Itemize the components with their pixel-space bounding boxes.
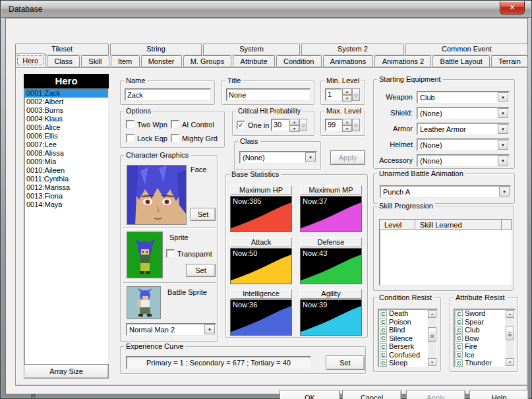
checkbox-box[interactable]	[126, 120, 134, 129]
tab-common-event[interactable]: Common Event	[405, 43, 528, 55]
attribute-resist-list[interactable]: CSword CSpear CClub CBow CFire CIce CThu…	[454, 309, 516, 367]
class-apply-button[interactable]: Apply	[330, 150, 365, 165]
resist-item[interactable]: CDeath	[378, 309, 428, 318]
hero-list-item[interactable]: 0011:Cynthia	[24, 175, 108, 183]
hero-list-item[interactable]: 0004:Klaus	[24, 115, 108, 123]
title-input[interactable]	[226, 88, 310, 101]
weapon-dropdown[interactable]: Club ▼	[417, 91, 510, 104]
critical-spinner[interactable]: ▲ ▼	[289, 119, 299, 131]
unarmed-animation-dropdown[interactable]: Punch A ▼	[380, 185, 511, 198]
title-bar[interactable]: Database ✕	[1, 1, 531, 18]
checkbox-box[interactable]	[166, 249, 175, 258]
class-dropdown[interactable]: (None) ▼	[239, 151, 317, 164]
checkbox-box[interactable]	[171, 120, 179, 129]
resist-item[interactable]: CSleep	[378, 359, 428, 367]
tab-class[interactable]: Class	[47, 55, 80, 67]
scrollbar-thumb[interactable]	[506, 326, 514, 340]
resist-item[interactable]: CClub	[454, 326, 506, 334]
scroll-up-icon[interactable]: ▲	[506, 310, 514, 318]
hero-list-item[interactable]: 0013:Fiona	[24, 192, 108, 200]
hero-list[interactable]: 0001:Zack 0002:Albert 0003:Burns 0004:Kl…	[24, 88, 109, 365]
max-level-diamond-button[interactable]: ◇	[352, 119, 360, 131]
scrollbar-thumb[interactable]	[428, 327, 436, 342]
chevron-down-icon[interactable]: ▼	[498, 108, 508, 118]
min-level-diamond-button[interactable]: ◇	[352, 88, 360, 101]
hero-list-item[interactable]: 0002:Albert	[24, 98, 108, 106]
resist-item[interactable]: CConfused	[378, 351, 428, 359]
cancel-button[interactable]: Cancel	[342, 390, 401, 399]
tab-system[interactable]: System	[203, 43, 300, 55]
resist-item[interactable]: CPoison	[378, 318, 428, 326]
shield-dropdown[interactable]: (None) ▼	[417, 107, 510, 119]
min-level-spinner[interactable]: ▲ ▼	[342, 88, 352, 101]
tab-terrain[interactable]: Terrain	[491, 55, 528, 67]
checkbox-ai-control[interactable]: AI Control	[171, 120, 214, 129]
hero-list-item[interactable]: 0006:Ellis	[24, 132, 108, 140]
hero-list-item[interactable]: 0003:Burns	[24, 106, 108, 115]
armor-dropdown[interactable]: Leather Armor ▼	[417, 123, 510, 135]
array-size-button[interactable]: Array Size	[24, 364, 109, 379]
help-button[interactable]: Help	[469, 390, 529, 399]
chevron-down-icon[interactable]: ▼	[499, 187, 510, 197]
scrollbar[interactable]: ▲ ▼	[428, 310, 436, 366]
hero-list-item[interactable]: 0008:Alissa	[24, 149, 108, 158]
spinner-up-icon[interactable]: ▲	[342, 119, 352, 125]
min-level-value[interactable]: 1	[325, 88, 342, 101]
hero-list-item[interactable]: 0009:Mia	[24, 158, 108, 166]
tab-attribute[interactable]: Attribute	[233, 55, 274, 67]
tab-battle-layout[interactable]: Battle Layout	[432, 55, 490, 67]
face-set-button[interactable]: Set	[191, 208, 216, 221]
checkbox-box[interactable]	[171, 134, 179, 142]
hero-list-item[interactable]: 0010:Aileen	[24, 166, 108, 175]
resist-item[interactable]: CSword	[454, 309, 506, 318]
tab-skill[interactable]: Skill	[81, 55, 109, 67]
critical-value[interactable]: 30	[271, 119, 289, 131]
condition-resist-list[interactable]: CDeath CPoison CBlind CSilence CBerserk …	[378, 309, 438, 367]
hero-list-item[interactable]: 0001:Zack	[24, 89, 108, 98]
stat-graph-max-mp[interactable]: Now:37	[300, 196, 362, 232]
hero-list-item[interactable]: 0012:Marissa	[24, 183, 108, 192]
stat-graph-agility[interactable]: Now:39	[300, 299, 362, 336]
stat-graph-intelligence[interactable]: Now:36	[230, 299, 292, 336]
scroll-up-icon[interactable]: ▲	[428, 310, 436, 318]
spinner-down-icon[interactable]: ▼	[342, 125, 352, 132]
skill-progression-table[interactable]: Level Skill Learned	[379, 219, 512, 286]
ok-button[interactable]: OK	[280, 390, 340, 399]
close-button[interactable]: ✕	[500, 1, 525, 15]
checkbox-lock-eqp[interactable]: Lock Eqp	[126, 134, 167, 142]
scroll-down-icon[interactable]: ▼	[428, 358, 436, 366]
column-level[interactable]: Level	[380, 220, 415, 230]
tab-m-groups[interactable]: M. Groups	[183, 55, 232, 67]
spinner-up-icon[interactable]: ▲	[289, 119, 299, 125]
max-level-spinner[interactable]: ▲ ▼	[342, 119, 352, 131]
scrollbar[interactable]: ▲ ▼	[506, 310, 514, 366]
chevron-down-icon[interactable]: ▼	[498, 156, 508, 166]
battle-animation-dropdown[interactable]: Normal Man 2 ▼	[126, 323, 216, 336]
checkbox-transparent[interactable]: Transparnt	[166, 249, 212, 258]
hero-list-item[interactable]: 0005:Alice	[24, 123, 108, 132]
stat-graph-defense[interactable]: Now:43	[300, 248, 362, 284]
tab-animations[interactable]: Animations	[323, 55, 374, 67]
max-level-value[interactable]: 99	[325, 119, 342, 131]
chevron-down-icon[interactable]: ▼	[204, 324, 215, 334]
resist-item[interactable]: CBlind	[378, 326, 428, 334]
resist-item[interactable]: CThunder	[454, 359, 506, 367]
resist-item[interactable]: CBow	[454, 334, 506, 343]
chevron-down-icon[interactable]: ▼	[498, 92, 508, 102]
resist-item[interactable]: CFire	[454, 342, 506, 351]
tab-system2[interactable]: System 2	[301, 43, 404, 55]
checkbox-one-in[interactable]: ✓ One in	[237, 121, 269, 129]
chevron-down-icon[interactable]: ▼	[498, 124, 508, 134]
tab-condition[interactable]: Condition	[276, 55, 322, 67]
stat-graph-max-hp[interactable]: Now:385	[230, 196, 292, 232]
stat-graph-attack[interactable]: Now:50	[230, 248, 292, 284]
chevron-down-icon[interactable]: ▼	[498, 140, 508, 150]
resist-item[interactable]: CSilence	[378, 334, 428, 343]
spinner-down-icon[interactable]: ▼	[289, 125, 299, 132]
spinner-up-icon[interactable]: ▲	[342, 88, 352, 95]
checkbox-mighty-grd[interactable]: Mighty Grd	[171, 134, 218, 142]
tab-animations2[interactable]: Animations 2	[374, 55, 431, 67]
tab-monster[interactable]: Monster	[141, 55, 182, 67]
experience-set-button[interactable]: Set	[326, 355, 365, 370]
music-note-icon[interactable]: ♬	[28, 390, 40, 399]
